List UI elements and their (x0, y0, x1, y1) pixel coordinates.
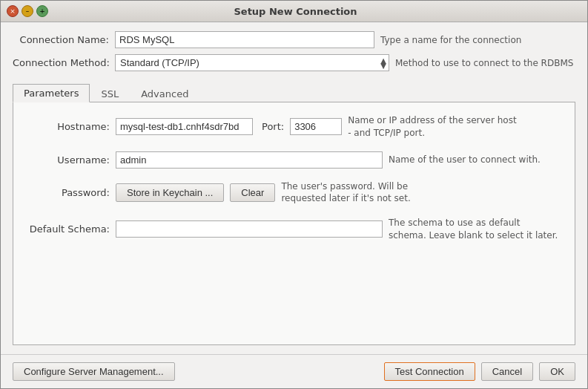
connection-method-row: Connection Method: Standard (TCP/IP) Sta… (13, 54, 575, 71)
port-input[interactable] (290, 118, 342, 135)
close-button[interactable]: × (7, 5, 19, 17)
password-label: Password: (28, 187, 110, 198)
tab-panel-parameters: Hostname: Port: Name or IP address of th… (13, 102, 575, 345)
connection-method-hint: Method to use to connect to the RDBMS (395, 58, 573, 68)
username-hint: Name of the user to connect with. (389, 154, 541, 166)
tab-advanced[interactable]: Advanced (130, 85, 199, 102)
connection-name-row: Connection Name: Type a name for the con… (13, 31, 575, 48)
default-schema-label: Default Schema: (28, 223, 110, 235)
port-label: Port: (262, 121, 284, 132)
connection-name-hint: Type a name for the connection (380, 35, 521, 45)
default-schema-input[interactable] (116, 220, 383, 238)
titlebar: × – + Setup New Connection (1, 1, 587, 22)
hostname-hint: Name or IP address of the server host - … (348, 114, 518, 140)
clear-password-button[interactable]: Clear (230, 183, 275, 202)
tabs-bar: Parameters SSL Advanced (13, 83, 575, 102)
ok-button[interactable]: OK (539, 362, 575, 381)
minimize-button[interactable]: – (22, 5, 33, 17)
dialog-title: Setup New Connection (48, 6, 543, 17)
window-controls: × – + (7, 5, 48, 17)
default-schema-row: Default Schema: The schema to use as def… (28, 217, 560, 242)
password-hint: The user's password. Will be requested l… (281, 180, 452, 206)
dialog-content: Connection Name: Type a name for the con… (1, 22, 587, 354)
dialog-footer: Configure Server Management... Test Conn… (1, 354, 587, 388)
username-row: Username: Name of the user to connect wi… (28, 151, 560, 169)
tab-ssl[interactable]: SSL (90, 85, 130, 102)
connection-method-wrapper: Standard (TCP/IP) Standard TCP/IP over S… (115, 54, 389, 71)
username-label: Username: (28, 154, 110, 166)
cancel-button[interactable]: Cancel (481, 362, 533, 381)
test-connection-button[interactable]: Test Connection (384, 362, 475, 381)
password-row: Password: Store in Keychain ... Clear Th… (28, 180, 560, 206)
connection-method-label: Connection Method: (13, 57, 109, 68)
username-input[interactable] (116, 151, 383, 169)
hostname-label: Hostname: (28, 121, 110, 132)
hostname-input[interactable] (116, 118, 253, 135)
connection-name-label: Connection Name: (13, 34, 109, 45)
connection-name-input[interactable] (115, 31, 374, 48)
connection-method-select[interactable]: Standard (TCP/IP) Standard TCP/IP over S… (115, 54, 389, 71)
dialog-window: × – + Setup New Connection Connection Na… (0, 0, 588, 389)
footer-right-buttons: Test Connection Cancel OK (384, 362, 576, 381)
default-schema-hint: The schema to use as default schema. Lea… (389, 217, 559, 242)
hostname-row: Hostname: Port: Name or IP address of th… (28, 114, 560, 140)
tab-parameters[interactable]: Parameters (13, 84, 90, 102)
maximize-button[interactable]: + (36, 5, 48, 17)
configure-server-button[interactable]: Configure Server Management... (13, 362, 175, 381)
store-in-keychain-button[interactable]: Store in Keychain ... (116, 183, 224, 202)
